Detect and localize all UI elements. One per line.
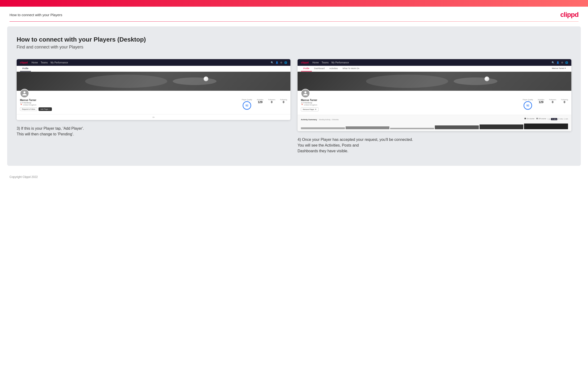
user-icon[interactable]: 👤 — [276, 61, 278, 64]
left-quality-circle: 92 — [243, 101, 251, 110]
left-handicap: 1-5 Handicap — [20, 102, 237, 104]
right-tabs: Profile Dashboard Activities What To Wor… — [298, 66, 571, 72]
right-hero-ball — [484, 76, 489, 81]
right-tab-dashboard[interactable]: Dashboard — [312, 66, 327, 72]
right-hero-image — [298, 72, 571, 91]
right-mini-browser: clippd Home Teams My Performance 🔍 👤 ⚙ 🌐 — [298, 59, 571, 131]
right-activity-filter: Monthly Activity · 6 Months — [318, 119, 339, 120]
request-to-follow-button[interactable]: Request to Follow — [20, 107, 37, 111]
left-profile-section: Marcus Turner 1-5 Handicap 📍 United King… — [17, 91, 290, 114]
right-nav-teams[interactable]: Teams — [322, 61, 329, 64]
right-legend-off: Off course — [536, 118, 546, 119]
location-pin-icon: 📍 — [20, 104, 22, 106]
right-following-value: 0 — [561, 100, 568, 104]
left-profile-info: Marcus Turner 1-5 Handicap 📍 United King… — [20, 99, 287, 111]
footer-text: Copyright Clippd 2022 — [9, 175, 38, 179]
right-following-stat: Following 0 — [561, 99, 568, 104]
footer: Copyright Clippd 2022 — [0, 171, 588, 184]
left-followers-label: Followers — [268, 99, 275, 100]
right-quality-circle: 92 — [524, 101, 532, 110]
right-legend-on: On course — [525, 118, 534, 119]
right-location-pin-icon: 📍 — [301, 104, 303, 106]
left-nav-home[interactable]: Home — [31, 61, 38, 64]
main-subtitle: Find and connect with your Players — [17, 45, 571, 50]
right-tab-profile[interactable]: Profile — [301, 66, 312, 72]
right-profile-info: Marcus Turner 1-5 Handicap 📍 United King… — [301, 99, 568, 111]
left-followers-value: 0 — [268, 100, 275, 104]
remove-player-button[interactable]: Remove Player ✕ — [301, 107, 319, 111]
avatar-icon — [22, 91, 27, 96]
right-avatar — [301, 89, 310, 98]
right-avatar-icon — [303, 91, 308, 96]
right-location-text: United Kingdom — [304, 104, 317, 106]
left-location-text: United Kingdom — [23, 104, 36, 106]
pen-icon: ✏ — [153, 116, 155, 119]
right-tabs-left: Profile Dashboard Activities What To Wor… — [301, 66, 362, 72]
time-3mths[interactable]: 3 mths — [558, 118, 563, 120]
right-player-name: Marcus Turner — [301, 99, 518, 101]
left-activities-stat: Activities 129 — [257, 99, 264, 104]
chart-bar-1 — [301, 127, 345, 129]
left-player-name: Marcus Turner — [20, 99, 237, 101]
right-followers-stat: Followers 0 — [549, 99, 556, 104]
right-globe-icon[interactable]: 🌐 — [565, 61, 568, 64]
right-location: 📍 United Kingdom — [301, 104, 518, 106]
legend-off-label: Off course — [538, 118, 546, 119]
right-nav-performance[interactable]: My Performance — [332, 61, 349, 64]
right-following-label: Following — [561, 99, 568, 100]
left-nav-logo: clippd — [20, 61, 28, 64]
globe-icon[interactable]: 🌐 — [284, 61, 287, 64]
time-6mths[interactable]: 6 mths — [551, 118, 557, 120]
right-user-icon[interactable]: 👤 — [556, 61, 559, 64]
left-avatar — [20, 89, 29, 98]
left-nav-teams[interactable]: Teams — [41, 61, 48, 64]
left-hero-overlay — [17, 72, 290, 91]
right-search-icon[interactable]: 🔍 — [552, 61, 554, 64]
right-profile-section: Marcus Turner 1-5 Handicap 📍 United King… — [298, 91, 571, 115]
chart-bar-5 — [480, 125, 524, 129]
add-player-button[interactable]: Add Player + — [39, 107, 52, 111]
right-nav-links: Home Teams My Performance — [312, 61, 349, 64]
right-nav-logo: clippd — [301, 61, 309, 64]
left-buttons: Request to Follow Add Player + — [20, 107, 237, 111]
settings-icon[interactable]: ⚙ — [280, 61, 282, 64]
left-following-stat: Following 0 — [280, 99, 287, 104]
right-activity-header: Activity Summary Monthly Activity · 6 Mo… — [301, 117, 568, 121]
remove-x-icon: ✕ — [315, 108, 317, 110]
left-nav: clippd Home Teams My Performance 🔍 👤 ⚙ 🌐 — [17, 59, 290, 66]
left-following-label: Following — [280, 99, 287, 100]
right-followers-value: 0 — [549, 100, 556, 104]
right-legend: On course Off course — [525, 118, 546, 119]
right-activity-bar: Activity Summary Monthly Activity · 6 Mo… — [298, 115, 571, 131]
left-quality-label: Player Quality — [242, 99, 252, 100]
left-screenshot-col: clippd Home Teams My Performance 🔍 👤 ⚙ 🌐 — [17, 59, 290, 154]
left-bottom-area: ✏ — [17, 114, 290, 120]
right-quality: Player Quality 92 — [523, 99, 533, 110]
chart-bar-4 — [435, 125, 479, 129]
time-1yr[interactable]: 1 yr — [548, 118, 550, 120]
chart-bar-6 — [524, 124, 568, 129]
time-1mth[interactable]: 1 mth — [564, 118, 568, 120]
search-icon[interactable]: 🔍 — [271, 61, 274, 64]
left-tab-profile[interactable]: Profile — [20, 66, 31, 72]
left-hero-ball — [204, 76, 208, 81]
right-name-section: Marcus Turner 1-5 Handicap 📍 United King… — [301, 99, 518, 111]
left-followers-stat: Followers 0 — [268, 99, 275, 104]
divider — [9, 21, 579, 22]
left-nav-performance[interactable]: My Performance — [51, 61, 68, 64]
right-hero-overlay — [298, 72, 571, 91]
top-bar — [0, 0, 588, 7]
remove-player-label: Remove Player — [303, 108, 314, 110]
right-activity-left: Activity Summary Monthly Activity · 6 Mo… — [301, 117, 339, 121]
right-activity-title: Activity Summary — [301, 118, 317, 121]
right-tab-what-to-work[interactable]: What To Work On — [340, 66, 362, 72]
right-chart — [301, 123, 568, 129]
chart-bar-3 — [390, 128, 434, 129]
left-activities-value: 129 — [257, 100, 264, 104]
right-settings-icon[interactable]: ⚙ — [561, 61, 563, 64]
right-nav-home[interactable]: Home — [312, 61, 319, 64]
legend-on-label: On course — [527, 118, 534, 119]
right-player-dropdown[interactable]: Marcus Turner ▾ — [549, 66, 568, 72]
right-tab-activities[interactable]: Activities — [327, 66, 340, 72]
left-mini-browser: clippd Home Teams My Performance 🔍 👤 ⚙ 🌐 — [17, 59, 290, 120]
